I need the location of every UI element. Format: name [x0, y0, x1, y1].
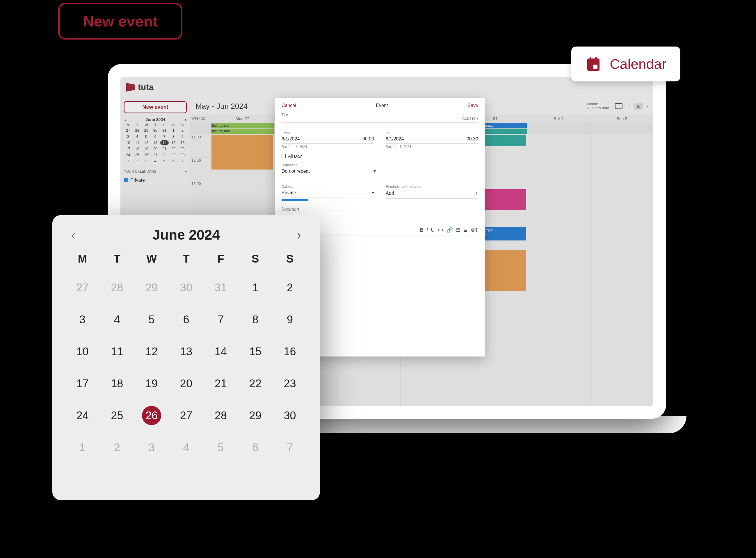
mini-cal-day[interactable]: 6	[151, 134, 159, 139]
italic-icon[interactable]: I	[426, 227, 428, 233]
repeating-select[interactable]: Do not repeat ▾	[282, 167, 376, 176]
mini-cal-day[interactable]: 5	[142, 134, 150, 139]
mini-cal-day[interactable]: 25	[133, 152, 141, 158]
new-event-badge[interactable]: New event	[58, 3, 182, 40]
popup-day[interactable]: 2	[273, 278, 307, 297]
popup-day[interactable]: 1	[238, 278, 273, 297]
popup-day[interactable]: 15	[238, 342, 273, 361]
popup-day[interactable]: 8	[238, 310, 273, 329]
mini-cal-day[interactable]: 1	[124, 158, 132, 164]
popup-day[interactable]: 7	[203, 310, 238, 329]
mini-cal-day[interactable]: 20	[151, 146, 159, 152]
mini-cal-day[interactable]: 3	[124, 134, 132, 139]
popup-day[interactable]: 30	[273, 406, 307, 425]
mini-cal-day[interactable]: 11	[133, 140, 141, 145]
mini-cal-day[interactable]: 16	[178, 140, 187, 145]
mini-cal-day[interactable]: 22	[169, 146, 178, 152]
clear-format-icon[interactable]: ⊘T	[471, 227, 478, 233]
nav-next-icon[interactable]: ›	[647, 103, 648, 109]
event-block[interactable]	[211, 135, 273, 170]
popup-day[interactable]: 6	[238, 438, 273, 457]
popup-day[interactable]: 30	[169, 278, 204, 297]
mini-cal-day[interactable]: 5	[160, 158, 169, 164]
mini-cal-day[interactable]: 6	[169, 158, 178, 164]
mini-cal-day[interactable]: 28	[133, 128, 141, 133]
mini-cal-day[interactable]: 12	[142, 140, 150, 145]
mini-cal-day[interactable]: 29	[169, 152, 178, 158]
mini-cal-day[interactable]: 27	[124, 128, 132, 133]
mini-cal-day[interactable]: 4	[151, 158, 159, 164]
popup-day[interactable]: 17	[65, 374, 100, 393]
allday-event[interactable]: holiday ses	[211, 123, 274, 128]
mini-cal-day[interactable]: 8	[169, 134, 178, 139]
mini-cal-day[interactable]: 21	[160, 146, 169, 152]
mini-cal-day[interactable]: 18	[133, 146, 141, 152]
all-day-checkbox[interactable]: All Day	[282, 154, 478, 158]
popup-day[interactable]: 4	[169, 438, 204, 457]
mini-cal-day[interactable]: 1	[169, 128, 178, 133]
popup-day[interactable]: 29	[238, 406, 273, 425]
mini-cal-day[interactable]: 3	[142, 158, 150, 164]
popup-day[interactable]: 3	[134, 438, 169, 457]
popup-day[interactable]: 22	[238, 374, 273, 393]
popup-day[interactable]: 31	[203, 278, 238, 297]
mini-cal-day[interactable]: 23	[178, 146, 187, 152]
mini-cal-day[interactable]: 17	[124, 146, 132, 152]
popup-day[interactable]: 27	[65, 278, 100, 297]
mini-cal-day[interactable]: 27	[151, 152, 159, 158]
popup-day[interactable]: 24	[65, 406, 100, 425]
add-calendar-icon[interactable]: +	[185, 170, 187, 174]
mail-icon[interactable]	[615, 103, 623, 109]
month-prev-icon[interactable]: ‹	[65, 228, 81, 242]
popup-day[interactable]: 28	[203, 406, 238, 425]
popup-day[interactable]: 27	[169, 406, 204, 425]
mini-cal-day[interactable]: 7	[160, 134, 169, 139]
popup-day[interactable]: 4	[100, 310, 134, 329]
popup-day[interactable]: 5	[134, 310, 169, 329]
mini-cal-day[interactable]: 14	[160, 140, 169, 145]
new-event-button[interactable]: New event	[124, 101, 187, 113]
mini-cal-day[interactable]: 26	[142, 152, 150, 158]
mini-cal-day[interactable]: 24	[124, 152, 132, 158]
calendar-select[interactable]: Private ▾	[282, 189, 374, 198]
popup-day[interactable]: 19	[134, 374, 169, 393]
mini-cal-day[interactable]: 30	[178, 152, 187, 158]
popup-day[interactable]: 14	[203, 342, 238, 361]
nav-prev-icon[interactable]: ‹	[628, 103, 630, 109]
save-button[interactable]: Save	[468, 103, 478, 108]
location-input[interactable]: Location	[282, 205, 478, 214]
mini-cal-day[interactable]: 30	[151, 128, 159, 133]
mini-cal-day[interactable]: 28	[160, 152, 169, 158]
popup-day[interactable]: 28	[100, 278, 134, 297]
mini-cal-day[interactable]: 15	[169, 140, 178, 145]
mini-cal-prev-icon[interactable]: ‹	[125, 117, 126, 122]
popup-day[interactable]: 16	[273, 342, 307, 361]
mini-cal-day[interactable]: 10	[124, 140, 132, 145]
bold-icon[interactable]: B	[420, 227, 424, 233]
mini-cal-day[interactable]: 13	[151, 140, 159, 145]
popup-day[interactable]: 25	[100, 406, 134, 425]
mini-cal-day[interactable]: 29	[142, 128, 150, 133]
mini-cal-day[interactable]: 2	[133, 158, 141, 164]
popup-day[interactable]: 11	[100, 342, 134, 361]
popup-day[interactable]: 21	[203, 374, 238, 393]
popup-day[interactable]: 6	[169, 310, 204, 329]
popup-day[interactable]: 20	[169, 374, 204, 393]
mini-cal-next-icon[interactable]: ›	[185, 117, 186, 122]
popup-day[interactable]: 23	[273, 374, 307, 393]
bullet-list-icon[interactable]: ☰	[456, 227, 460, 233]
popup-day[interactable]: 5	[203, 438, 238, 457]
allday-event[interactable]: holiday hab	[211, 129, 274, 134]
popup-day[interactable]: 1	[65, 438, 100, 457]
link-icon[interactable]: 🔗	[447, 227, 453, 233]
mini-cal-day[interactable]: 7	[178, 158, 187, 164]
popup-day[interactable]: 12	[134, 342, 169, 361]
popup-day[interactable]: 3	[65, 310, 100, 329]
popup-day[interactable]: 18	[100, 374, 134, 393]
popup-day[interactable]: 29	[134, 278, 169, 297]
cancel-button[interactable]: Cancel	[282, 103, 296, 108]
mini-cal-day[interactable]: 31	[160, 128, 169, 133]
popup-day[interactable]: 9	[273, 310, 307, 329]
mini-cal-day[interactable]: 19	[142, 146, 150, 152]
month-next-icon[interactable]: ›	[291, 228, 307, 242]
